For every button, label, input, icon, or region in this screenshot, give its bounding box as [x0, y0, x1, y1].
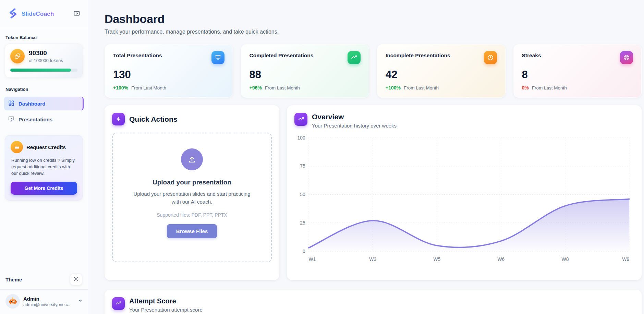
svg-text:75: 75	[300, 163, 305, 169]
clock-icon	[484, 51, 497, 64]
main-content: Dashboard Track your performance, manage…	[88, 0, 644, 314]
stat-delta: +100%	[386, 85, 401, 90]
avatar	[5, 294, 20, 309]
token-balance-sub: of 100000 tokens	[29, 58, 63, 63]
coins-icon	[10, 49, 25, 63]
attempt-score-title: Attempt Score	[129, 297, 203, 305]
svg-text:25: 25	[300, 220, 305, 225]
crown-icon	[11, 141, 23, 153]
nav-item-label: Dashboard	[19, 101, 45, 107]
stat-delta: +100%	[113, 85, 128, 90]
stat-note: From Last Month	[131, 85, 166, 90]
stat-value: 130	[113, 69, 224, 81]
stat-value: 88	[250, 69, 361, 81]
bolt-icon	[112, 113, 125, 125]
stat-title: Streaks	[522, 51, 541, 59]
chevron-down-icon[interactable]	[77, 298, 83, 305]
svg-text:50: 50	[300, 192, 305, 197]
quick-actions-panel: Quick Actions Upload your presentation U…	[105, 105, 279, 280]
app-logo: SlideCoach	[8, 8, 54, 20]
token-progress-fill	[10, 69, 71, 72]
trending-up-icon	[294, 113, 307, 126]
presentation-icon	[211, 51, 224, 64]
monitor-play-icon	[8, 116, 14, 123]
stat-note: From Last Month	[404, 85, 439, 90]
app-name: SlideCoach	[22, 11, 54, 17]
quick-actions-title: Quick Actions	[129, 115, 177, 123]
theme-toggle-button[interactable]	[70, 274, 82, 285]
svg-text:W8: W8	[562, 256, 569, 262]
nav-item-label: Presentations	[19, 117, 52, 122]
sidebar: SlideCoach Token Balance 90300	[0, 0, 88, 314]
stat-title: Total Presentations	[113, 51, 162, 59]
sun-icon	[73, 276, 79, 283]
stat-value: 8	[522, 69, 633, 81]
stat-title: Completed Presentations	[250, 51, 314, 59]
page-subtitle: Track your performance, manage presentat…	[105, 29, 642, 35]
token-balance-value: 90300	[29, 49, 63, 57]
stat-card-total-presentations: Total Presentations 130 +100% From Last …	[105, 44, 233, 98]
token-progress-bar	[10, 69, 77, 72]
request-credits-title: Request Credits	[26, 144, 66, 150]
stat-value: 42	[386, 69, 497, 81]
svg-text:W5: W5	[433, 256, 440, 262]
overview-title: Overview	[312, 113, 397, 121]
overview-chart: 0255075100W1W3W5W6W8W9	[294, 131, 634, 266]
panel-collapse-icon	[73, 10, 80, 18]
user-menu[interactable]: Admin admin@universityone.c...	[0, 289, 88, 314]
stat-card-streaks: Streaks 8 0% From Last Month	[513, 44, 642, 98]
target-icon	[620, 51, 633, 64]
request-credits-card: Request Credits Running low on credits ?…	[5, 135, 83, 201]
svg-text:0: 0	[303, 248, 305, 254]
token-balance-card: 90300 of 100000 tokens	[5, 44, 83, 78]
svg-text:W9: W9	[622, 256, 629, 262]
browse-files-button[interactable]: Browse Files	[167, 224, 217, 238]
stat-title: Incomplete Presentations	[386, 51, 450, 59]
theme-label: Theme	[5, 277, 22, 282]
svg-text:W6: W6	[498, 256, 505, 262]
trending-up-icon	[112, 297, 125, 310]
overview-subtitle: Your Presentation history over weeks	[312, 123, 397, 129]
dashboard-grid-icon	[8, 100, 14, 107]
stat-delta: 0%	[522, 85, 529, 90]
attempt-score-subtitle: Your Presentation attempt score	[129, 307, 203, 313]
upload-dropzone[interactable]: Upload your presentation Upload your pre…	[112, 133, 272, 262]
get-more-credits-button[interactable]: Get More Credits	[11, 182, 77, 195]
user-email: admin@universityone.c...	[23, 302, 71, 307]
overview-panel: Overview Your Presentation history over …	[287, 105, 642, 280]
token-balance-label: Token Balance	[5, 35, 82, 40]
upload-icon	[181, 148, 203, 170]
theme-row: Theme	[5, 274, 82, 285]
upload-title: Upload your presentation	[153, 179, 231, 186]
svg-text:W1: W1	[309, 256, 316, 262]
sidebar-header: SlideCoach	[0, 0, 88, 28]
stat-card-incomplete-presentations: Incomplete Presentations 42 +100% From L…	[377, 44, 506, 98]
user-name: Admin	[23, 296, 74, 302]
attempt-score-panel: Attempt Score Your Presentation attempt …	[105, 290, 642, 314]
overview-chart-area: 0255075100W1W3W5W6W8W9	[294, 131, 634, 266]
stat-note: From Last Month	[265, 85, 300, 90]
supported-files-note: Supported files: PDF, PPT, PPTX	[157, 212, 227, 218]
sidebar-item-presentations[interactable]: Presentations	[4, 112, 84, 126]
upload-description: Upload your presentation slides and star…	[132, 190, 252, 206]
stats-row: Total Presentations 130 +100% From Last …	[105, 44, 642, 98]
slidecoach-logo-icon	[8, 8, 19, 20]
svg-text:100: 100	[297, 135, 305, 140]
request-credits-body: Running low on credits ? Simply request …	[11, 157, 76, 177]
sidebar-item-dashboard[interactable]: Dashboard	[4, 97, 84, 110]
stat-note: From Last Month	[532, 85, 567, 90]
trending-up-icon	[348, 51, 361, 64]
stat-delta: +96%	[250, 85, 262, 90]
sidebar-collapse-button[interactable]	[72, 9, 82, 19]
sidebar-nav: Dashboard Presentations	[0, 97, 88, 128]
navigation-label: Navigation	[5, 87, 82, 92]
stat-card-completed-presentations: Completed Presentations 88 +96% From Las…	[241, 44, 369, 98]
page-title: Dashboard	[105, 12, 642, 26]
svg-text:W3: W3	[369, 256, 376, 262]
